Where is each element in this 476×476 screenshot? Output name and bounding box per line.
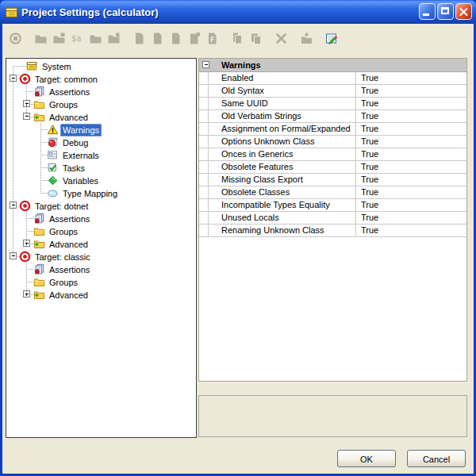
tree-item-groups[interactable]: Groups [6, 98, 196, 110]
tree-item-target-dotnet[interactable]: Target: dotnet [6, 199, 196, 212]
property-row-assignment-on-formal-expanded[interactable]: Assignment on Formal/ExpandedTrue [199, 123, 466, 136]
maximize-button[interactable] [437, 3, 454, 20]
property-value[interactable]: True [355, 136, 466, 148]
type-mapping-icon [47, 186, 60, 199]
property-value[interactable]: True [355, 174, 466, 186]
minimize-button[interactable] [419, 3, 436, 20]
folder2-toolbar-button[interactable] [86, 29, 104, 47]
tree-item-externals[interactable]: Externals [6, 148, 196, 161]
tree-item-assertions[interactable]: Assertions [6, 212, 196, 225]
tree-item-groups[interactable]: Groups [6, 225, 196, 237]
property-value[interactable]: True [355, 186, 466, 198]
rename-toolbar-button[interactable]: $a [68, 29, 86, 47]
property-value[interactable]: True [355, 199, 466, 211]
close-button[interactable] [455, 3, 472, 20]
section-title: Warnings [221, 59, 261, 71]
property-row-onces-in-generics[interactable]: Onces in GenericsTrue [199, 148, 466, 161]
tree-item-target-classic[interactable]: Target: classic [6, 250, 196, 263]
property-grid-header: Warnings [199, 59, 466, 72]
property-name: Old Syntax [209, 85, 355, 97]
tree-item-advanced[interactable]: Advanced [6, 237, 196, 250]
copy-icon [231, 32, 244, 45]
property-row-unused-locals[interactable]: Unused LocalsTrue [199, 212, 466, 225]
stop-circle-toolbar-button[interactable] [6, 29, 24, 47]
collapse-section-button[interactable] [202, 61, 209, 68]
tree-item-advanced[interactable]: Advanced [6, 288, 196, 301]
assertions-icon [33, 212, 46, 225]
property-row-old-verbatim-strings[interactable]: Old Verbatim StringsTrue [199, 110, 466, 123]
document-f-toolbar-button[interactable]: F [203, 29, 221, 47]
document-add-toolbar-button[interactable] [185, 29, 202, 47]
row-gutter [199, 148, 209, 160]
delete-icon [274, 32, 288, 45]
row-gutter [199, 212, 209, 224]
delete-toolbar-button[interactable] [272, 29, 290, 47]
property-row-same-uuid[interactable]: Same UUIDTrue [199, 98, 466, 110]
tree-guide [26, 85, 27, 117]
property-name: Same UUID [209, 98, 355, 109]
folder-icon [33, 225, 46, 237]
tree-item-label: Variables [60, 175, 101, 187]
property-value[interactable]: True [355, 148, 466, 160]
property-value[interactable]: True [355, 98, 466, 109]
property-value[interactable]: True [355, 225, 466, 236]
description-panel [198, 395, 467, 437]
property-row-missing-class-export[interactable]: Missing Class ExportTrue [199, 174, 466, 186]
row-gutter [199, 136, 209, 148]
copy-add-toolbar-button[interactable] [247, 29, 264, 47]
tree-item-tasks[interactable]: Tasks [6, 161, 196, 174]
import-toolbar-button[interactable] [298, 29, 315, 47]
property-row-obsolete-features[interactable]: Obsolete FeaturesTrue [199, 161, 466, 174]
variables-icon [47, 174, 60, 186]
property-value[interactable]: True [355, 110, 466, 122]
tree-item-debug[interactable]: Debug [6, 136, 196, 148]
edit-toolbar-button[interactable] [323, 29, 340, 47]
document2-toolbar-button[interactable] [148, 29, 166, 47]
property-value[interactable]: True [355, 72, 466, 84]
property-row-incompatible-types-equality[interactable]: Incompatible Types EqualityTrue [199, 199, 466, 212]
tree-item-label: Tasks [60, 162, 87, 175]
tree-item-target-common[interactable]: Target: common [6, 72, 196, 85]
tree-item-label: System [40, 60, 74, 73]
row-gutter [199, 174, 209, 186]
property-row-enabled[interactable]: EnabledTrue [199, 72, 466, 85]
property-row-renaming-unknown-class[interactable]: Renaming Unknown ClassTrue [199, 225, 466, 237]
advanced-folder-icon [33, 110, 46, 123]
tree-guide [40, 123, 41, 193]
assertions-icon [33, 85, 46, 98]
row-gutter [199, 186, 209, 198]
tree-item-system[interactable]: System [6, 60, 196, 72]
property-row-old-syntax[interactable]: Old SyntaxTrue [199, 85, 466, 98]
system-icon [26, 60, 39, 72]
folder-toolbar-button[interactable] [32, 29, 49, 47]
tree-guide [13, 66, 13, 256]
folder-add-toolbar-button[interactable] [50, 29, 67, 47]
copy-toolbar-button[interactable] [228, 29, 246, 47]
client-area: $aF SystemTarget: commonAssertionsGroups… [2, 24, 474, 474]
tree-item-advanced[interactable]: Advanced [6, 110, 196, 123]
tree-item-type-mapping[interactable]: Type Mapping [6, 186, 196, 199]
property-name: Missing Class Export [209, 174, 355, 186]
ok-button[interactable]: OK [337, 450, 396, 467]
folder-move-toolbar-button[interactable] [105, 29, 122, 47]
tree-item-warnings[interactable]: Warnings [6, 123, 196, 136]
property-value[interactable]: True [355, 123, 466, 135]
property-name: Obsolete Features [209, 161, 355, 173]
document-toolbar-button[interactable] [130, 29, 148, 47]
tree-item-variables[interactable]: Variables [6, 174, 196, 186]
property-value[interactable]: True [355, 212, 466, 224]
folder-icon [33, 98, 46, 110]
property-row-obsolete-classes[interactable]: Obsolete ClassesTrue [199, 186, 466, 199]
property-value[interactable]: True [355, 161, 466, 173]
cancel-button[interactable]: Cancel [407, 450, 466, 467]
tree-item-assertions[interactable]: Assertions [6, 85, 196, 98]
property-row-options-unknown-class[interactable]: Options Unknown ClassTrue [199, 136, 466, 148]
tree-item-label: Type Mapping [60, 187, 120, 200]
tree-item-groups[interactable]: Groups [6, 275, 196, 288]
property-name: Assignment on Formal/Expanded [209, 123, 355, 135]
row-gutter [199, 161, 209, 173]
document3-toolbar-button[interactable] [167, 29, 184, 47]
toolbar: $aF [6, 29, 341, 48]
property-value[interactable]: True [355, 85, 466, 97]
tree-item-assertions[interactable]: Assertions [6, 263, 196, 275]
